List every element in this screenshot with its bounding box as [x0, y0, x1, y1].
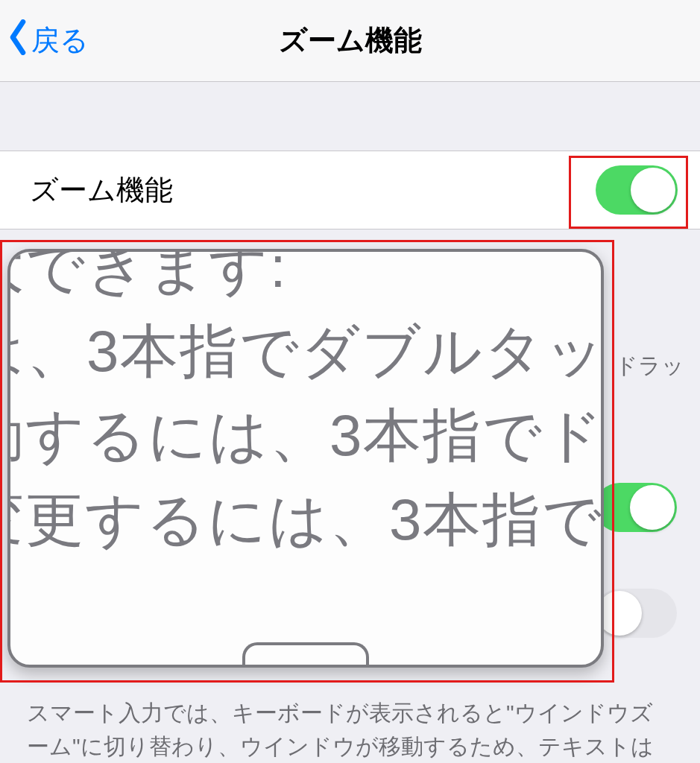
row3-toggle[interactable]	[595, 589, 677, 638]
page-title: ズーム機能	[0, 22, 700, 60]
nav-header: 戻る ズーム機能	[0, 0, 700, 82]
zoom-lens-content: 大できます: は、3本指でダブルタッ 動するには、3本指でド 変更するには、3本…	[7, 249, 604, 562]
row2-toggle[interactable]	[595, 483, 677, 532]
zoom-lens-handle[interactable]	[242, 642, 369, 668]
zoom-lens-window[interactable]: 大できます: は、3本指でダブルタッ 動するには、3本指でド 変更するには、3本…	[7, 249, 604, 668]
background-text-fragment: ドラッ	[615, 349, 684, 382]
section-spacer	[0, 82, 700, 151]
zoom-toggle[interactable]	[596, 165, 678, 215]
row-zoom: ズーム機能	[0, 151, 700, 229]
row-zoom-label: ズーム機能	[30, 171, 173, 209]
back-button[interactable]: 戻る	[7, 19, 89, 62]
footer-description: スマート入力では、キーボードが表示されると"ウインドウズーム"に切り替わり、ウイ…	[0, 686, 700, 763]
chevron-left-icon	[7, 19, 31, 62]
back-label: 戻る	[31, 22, 89, 60]
